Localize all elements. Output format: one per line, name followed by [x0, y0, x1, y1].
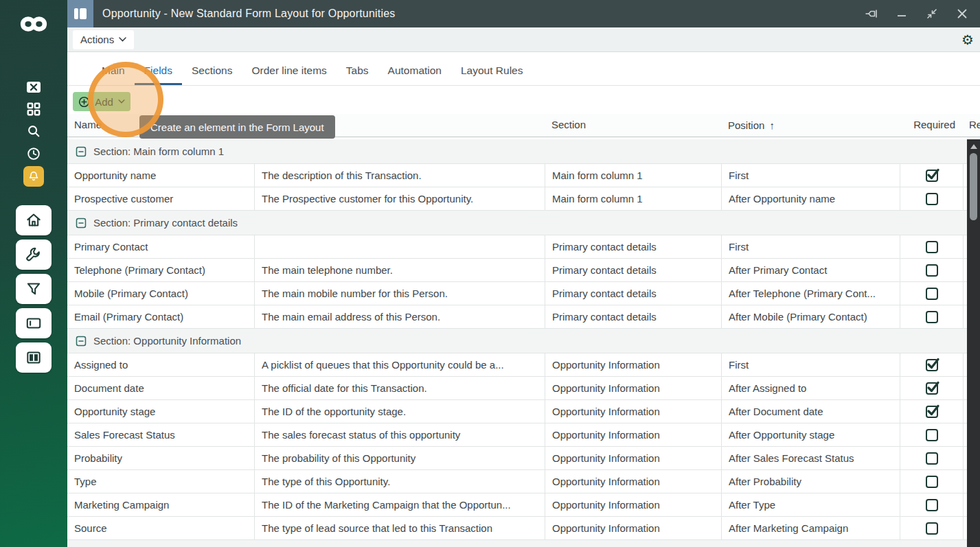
column-header-re-truncated[interactable]: Re [969, 114, 980, 137]
grid-apps-icon[interactable] [23, 100, 44, 118]
required-checkbox[interactable] [926, 476, 938, 488]
cell-required [900, 517, 964, 539]
table-row[interactable]: Email (Primary Contact) The main email a… [67, 305, 980, 329]
table-row[interactable]: Opportunity name The description of this… [67, 164, 980, 187]
cell-description: The ID of the Marketing Campaign that th… [254, 493, 545, 516]
cell-position: After Marketing Campaign [721, 517, 900, 539]
cell-position: After Opportunity name [721, 187, 900, 210]
section-header-row[interactable]: Section: Primary contact details [67, 211, 980, 235]
actions-button[interactable]: Actions [73, 30, 134, 49]
table-row[interactable]: Type The type of this Opportunity. Oppor… [67, 470, 980, 493]
chevron-down-icon [118, 100, 125, 104]
tab-fields[interactable]: Fields [135, 59, 182, 85]
required-checkbox[interactable] [926, 359, 938, 371]
tab-order-line-items[interactable]: Order line items [242, 59, 336, 85]
collapse-section-icon[interactable] [76, 336, 87, 347]
table-row[interactable]: Telephone (Primary Contact) The main tel… [67, 259, 980, 282]
required-checkbox[interactable] [926, 452, 938, 465]
cell-position: First [721, 164, 900, 187]
column-header-section[interactable]: Section [551, 114, 586, 137]
minimize-icon[interactable] [895, 7, 909, 21]
required-checkbox[interactable] [926, 499, 938, 511]
cell-description [254, 235, 545, 258]
cell-description: The sales forecast status of this opport… [254, 423, 545, 446]
tabs-divider [67, 85, 980, 86]
required-checkbox[interactable] [926, 288, 938, 300]
table-row[interactable]: Prospective customer The Prospective cus… [67, 187, 980, 211]
cell-section: Opportunity Information [545, 423, 721, 446]
search-icon[interactable] [23, 122, 44, 140]
cell-required [900, 282, 964, 305]
section-header-label: Section: Opportunity Information [93, 335, 241, 347]
section-header-row[interactable] [67, 540, 980, 547]
tab-main[interactable]: Main [92, 59, 135, 85]
required-checkbox[interactable] [926, 382, 938, 395]
required-checkbox[interactable] [926, 429, 938, 441]
table-row[interactable]: Document date The official date for this… [67, 377, 980, 400]
section-header-label: Section: Main form column 1 [93, 146, 224, 157]
table-row[interactable]: Source The type of lead source that led … [67, 517, 980, 540]
notifications-bell-icon[interactable] [23, 166, 44, 187]
window-title: Opportunity - New Standard Form Layout f… [102, 8, 396, 20]
cell-name: Sales Forecast Status [67, 423, 254, 446]
home-icon [25, 211, 43, 229]
close-icon[interactable] [955, 7, 969, 21]
home-button[interactable] [16, 205, 52, 235]
table-row[interactable]: Marketing Campaign The ID of the Marketi… [67, 493, 980, 517]
gear-icon[interactable]: ⚙ [961, 33, 974, 47]
add-button[interactable]: Add [73, 92, 130, 111]
close-window-icon[interactable] [23, 78, 44, 96]
table-row[interactable]: Primary Contact Primary contact details … [67, 235, 980, 259]
scroll-up-icon[interactable] [970, 144, 977, 149]
infinity-logo-icon [11, 8, 56, 40]
cell-section: Primary contact details [545, 305, 721, 328]
cell-section: Opportunity Information [545, 493, 721, 516]
column-header-position[interactable]: Position ↑ [728, 114, 775, 137]
cell-position: After Probability [721, 470, 900, 493]
table-row[interactable]: Assigned to A picklist of queues that th… [67, 353, 980, 377]
card-panel-button[interactable] [16, 308, 52, 338]
column-header-name[interactable]: Name [74, 114, 102, 137]
columns-layout-button[interactable] [16, 342, 52, 373]
required-checkbox[interactable] [926, 170, 938, 182]
form-layout-app-icon [67, 0, 93, 27]
pin-icon[interactable] [865, 7, 878, 21]
table-row[interactable]: Sales Forecast Status The sales forecast… [67, 423, 980, 447]
cell-section: Opportunity Information [545, 400, 721, 423]
collapse-section-icon[interactable] [76, 146, 87, 157]
section-header-row[interactable]: Section: Main form column 1 [67, 139, 980, 164]
required-checkbox[interactable] [926, 522, 938, 535]
column-header-required[interactable]: Required [900, 114, 955, 137]
cell-section: Primary contact details [545, 282, 721, 305]
tab-layout-rules[interactable]: Layout Rules [451, 59, 532, 85]
filter-button[interactable] [16, 274, 52, 304]
form-layout-editor: Main Fields Sections Order line items Ta… [67, 52, 980, 547]
required-checkbox[interactable] [926, 264, 938, 277]
cell-position: After Opportunity stage [721, 423, 900, 446]
cell-required [900, 353, 964, 376]
required-checkbox[interactable] [926, 311, 938, 323]
cell-name: Assigned to [67, 353, 254, 376]
tab-tabs[interactable]: Tabs [337, 59, 378, 85]
required-checkbox[interactable] [926, 241, 938, 253]
required-checkbox[interactable] [926, 406, 938, 418]
section-header-row[interactable]: Section: Opportunity Information [67, 329, 980, 353]
actions-bar: Actions ⚙ [67, 27, 980, 52]
tab-automation[interactable]: Automation [378, 59, 451, 85]
checkmark-icon [926, 380, 940, 395]
vertical-scrollbar[interactable] [967, 139, 980, 547]
tab-sections[interactable]: Sections [182, 59, 242, 85]
history-clock-icon[interactable] [23, 145, 44, 163]
required-checkbox[interactable] [926, 193, 938, 205]
restore-collapse-icon[interactable] [925, 7, 939, 21]
table-row[interactable]: Mobile (Primary Contact) The main mobile… [67, 282, 980, 305]
cell-required [900, 235, 964, 258]
table-row[interactable]: Opportunity stage The ID of the opportun… [67, 400, 980, 423]
filter-funnel-icon [25, 280, 43, 298]
collapse-section-icon[interactable] [76, 218, 87, 229]
table-row[interactable]: Probability The probability of this Oppo… [67, 447, 980, 470]
cell-required [900, 400, 964, 423]
scrollbar-thumb[interactable] [970, 153, 977, 220]
cell-required [900, 377, 964, 399]
tools-button[interactable] [16, 240, 52, 270]
